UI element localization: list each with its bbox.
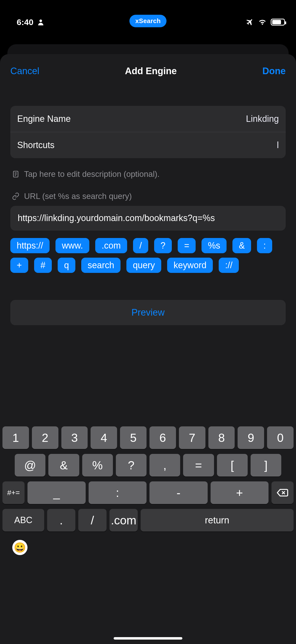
url-chip-6[interactable]: %s xyxy=(202,238,227,253)
key-kb-row2-2[interactable]: % xyxy=(82,454,113,476)
emoji-button[interactable]: 😀 xyxy=(12,540,27,555)
battery-icon xyxy=(271,19,285,26)
description-row[interactable]: Tap here to edit description (optional). xyxy=(10,168,286,192)
engine-name-value: Linkding xyxy=(246,114,279,124)
key-kb-row1-0[interactable]: 1 xyxy=(2,426,29,449)
key-kb-row2-3[interactable]: ? xyxy=(116,454,147,476)
url-chip-13[interactable]: query xyxy=(126,258,161,273)
url-value: https://linkding.yourdomain.com/bookmark… xyxy=(18,212,278,224)
shortcuts-label: Shortcuts xyxy=(17,140,54,150)
key-kb-row2-7[interactable]: ] xyxy=(251,454,281,476)
key-kb-row2-5[interactable]: = xyxy=(183,454,214,476)
key-kb-row2-1[interactable]: & xyxy=(48,454,79,476)
backspace-icon xyxy=(277,488,288,497)
airplane-icon xyxy=(246,18,254,26)
cancel-button[interactable]: Cancel xyxy=(10,66,39,76)
key-dotcom[interactable]: .com xyxy=(109,509,138,532)
key-kb-row1-6[interactable]: 7 xyxy=(179,426,205,449)
key-return[interactable]: return xyxy=(141,509,294,532)
url-header-text: URL (set %s as search query) xyxy=(24,192,132,201)
key-kb-row1-8[interactable]: 9 xyxy=(238,426,264,449)
url-chip-12[interactable]: search xyxy=(81,258,120,273)
engine-name-label: Engine Name xyxy=(17,114,71,124)
url-chip-11[interactable]: q xyxy=(58,258,75,273)
shortcuts-value: l xyxy=(277,140,279,150)
url-chip-1[interactable]: www. xyxy=(55,238,89,253)
key-kb-row1-1[interactable]: 2 xyxy=(32,426,58,449)
key-row3-0[interactable]: _ xyxy=(27,482,86,504)
url-chip-0[interactable]: https:// xyxy=(10,238,49,253)
key-kb-row2-6[interactable]: [ xyxy=(217,454,248,476)
url-chip-15[interactable]: :// xyxy=(219,258,239,273)
key-kb-row1-4[interactable]: 5 xyxy=(120,426,147,449)
key-delete[interactable] xyxy=(272,482,294,504)
sheet-title: Add Engine xyxy=(125,66,177,76)
link-icon xyxy=(12,192,20,200)
key-kb-row1-3[interactable]: 4 xyxy=(91,426,117,449)
key-slash[interactable]: / xyxy=(78,509,106,532)
key-row3-2[interactable]: - xyxy=(149,482,208,504)
url-chip-9[interactable]: + xyxy=(10,258,28,273)
key-symbols-mode[interactable]: #+= xyxy=(2,482,24,504)
preview-button[interactable]: Preview xyxy=(10,300,286,325)
person-icon xyxy=(37,18,45,26)
dynamic-island-pill[interactable]: xSearch xyxy=(129,15,166,27)
url-chip-3[interactable]: / xyxy=(133,238,148,253)
sheet-navbar: Cancel Add Engine Done xyxy=(10,66,286,76)
url-chip-10[interactable]: # xyxy=(34,258,52,273)
done-button[interactable]: Done xyxy=(262,66,286,76)
svg-point-0 xyxy=(39,20,42,22)
status-bar: 6:40 xSearch xyxy=(0,0,296,34)
engine-info-group: Engine Name Linkding Shortcuts l xyxy=(10,106,286,158)
engine-name-row[interactable]: Engine Name Linkding xyxy=(10,106,286,132)
key-kb-row2-4[interactable]: , xyxy=(149,454,180,476)
keyboard: 1234567890 @&%?,=[] #+= _:-+ ABC . / .co… xyxy=(0,423,296,644)
url-chip-7[interactable]: & xyxy=(233,238,251,253)
key-kb-row1-7[interactable]: 8 xyxy=(208,426,235,449)
key-row3-1[interactable]: : xyxy=(89,482,147,504)
key-period[interactable]: . xyxy=(47,509,75,532)
url-chip-2[interactable]: .com xyxy=(95,238,127,253)
key-kb-row1-5[interactable]: 6 xyxy=(149,426,176,449)
key-kb-row2-0[interactable]: @ xyxy=(15,454,45,476)
key-kb-row1-9[interactable]: 0 xyxy=(267,426,294,449)
preview-label: Preview xyxy=(131,307,164,318)
key-abc[interactable]: ABC xyxy=(2,509,44,532)
url-fragment-chips: https://www..com/?=%s&:+#qsearchquerykey… xyxy=(10,238,286,273)
status-time: 6:40 xyxy=(17,18,33,27)
url-input[interactable]: https://linkding.yourdomain.com/bookmark… xyxy=(10,206,286,231)
note-icon xyxy=(12,170,20,178)
url-chip-4[interactable]: ? xyxy=(154,238,172,253)
emoji-icon: 😀 xyxy=(14,542,26,553)
key-row3-3[interactable]: + xyxy=(211,482,269,504)
shortcuts-row[interactable]: Shortcuts l xyxy=(10,132,286,158)
key-kb-row1-2[interactable]: 3 xyxy=(61,426,88,449)
url-chip-14[interactable]: keyword xyxy=(167,258,213,273)
url-chip-5[interactable]: = xyxy=(178,238,196,253)
description-hint: Tap here to edit description (optional). xyxy=(24,170,160,179)
url-section-header: URL (set %s as search query) xyxy=(10,192,286,206)
home-indicator[interactable] xyxy=(114,637,182,640)
wifi-icon xyxy=(259,18,266,26)
url-chip-8[interactable]: : xyxy=(257,238,272,253)
pill-label: xSearch xyxy=(135,17,161,24)
